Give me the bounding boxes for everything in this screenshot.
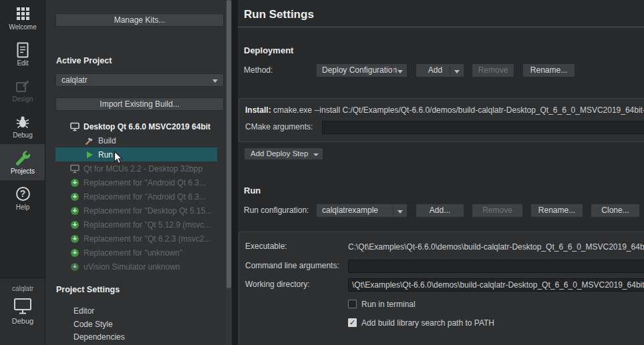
method-label: Method: xyxy=(244,63,273,77)
project-panel: Manage Kits... Active Project calqlatr I… xyxy=(45,0,226,345)
run-header: Run xyxy=(244,186,261,196)
tree-item-label: Replacement for "Android Qt 6.3... xyxy=(84,178,206,188)
checkbox-label: Run in terminal xyxy=(361,300,416,309)
plus-icon: + xyxy=(70,248,79,258)
deploy-add-button[interactable]: Add xyxy=(416,63,464,77)
panel-splitter[interactable] xyxy=(232,0,238,345)
button-label: Add Deploy Step xyxy=(251,149,308,157)
target-project-name: calqlatr xyxy=(0,285,45,292)
sidebar-item-debug[interactable]: Debug xyxy=(0,108,45,144)
run-in-terminal-checkbox[interactable]: Run in terminal xyxy=(348,299,416,309)
plus-icon: + xyxy=(70,178,79,188)
tree-item-kit-mcu[interactable]: Qt for MCUs 2.2 - Desktop 32bpp xyxy=(55,161,217,176)
sidebar-item-projects[interactable]: Projects xyxy=(0,144,45,180)
run-configuration-combo[interactable]: calqlatrexample xyxy=(316,204,408,218)
active-project-combo[interactable]: calqlatr xyxy=(55,73,224,87)
executable-value: C:\Qt\Examples\Qt-6.6.0\demos\build-calq… xyxy=(348,240,644,254)
mode-label: Edit xyxy=(0,59,45,67)
executable-label: Executable: xyxy=(245,240,287,254)
mode-label: Help xyxy=(0,204,45,211)
tree-item-replacement[interactable]: + Replacement for "Android Qt 6.3... xyxy=(55,176,217,190)
tree-item-label: Qt for MCUs 2.2 - Desktop 32bpp xyxy=(84,164,202,174)
import-existing-build-button[interactable]: Import Existing Build... xyxy=(55,97,224,111)
kit-target-selector: calqlatr Debug xyxy=(0,278,45,345)
scrollbar-handle[interactable] xyxy=(226,0,231,288)
tree-item-replacement[interactable]: + Replacement for "Qt 6.2.3 (msvc2... xyxy=(55,232,217,246)
active-project-header: Active Project xyxy=(56,56,112,65)
kit-monitor-icon[interactable] xyxy=(0,296,45,316)
tree-item-label: Replacement for "unknown" xyxy=(84,248,182,258)
install-label: Install: xyxy=(245,105,271,115)
command-line-arguments-input[interactable] xyxy=(348,260,644,273)
plus-icon: + xyxy=(70,192,79,202)
sidebar-item-help[interactable]: ? Help xyxy=(0,180,45,216)
run-add-button[interactable]: Add... xyxy=(416,204,464,218)
tree-item-run[interactable]: Run xyxy=(55,147,217,161)
combo-value: calqlatrexample xyxy=(322,206,378,215)
run-configuration-label: Run configuration: xyxy=(244,204,309,218)
run-settings-page: Run Settings Deployment Method: Deploy C… xyxy=(238,0,644,345)
add-deploy-step-button[interactable]: Add Deploy Step xyxy=(244,147,323,160)
tree-item-uvision[interactable]: + uVision Simulator unknown xyxy=(55,260,217,274)
page-title: Run Settings xyxy=(244,8,314,21)
wrench-icon xyxy=(0,149,45,167)
design-icon xyxy=(0,77,45,95)
tree-item-label: Build xyxy=(98,136,116,145)
deploy-remove-button[interactable]: Remove xyxy=(472,63,514,77)
command-line-arguments-label: Command line arguments: xyxy=(245,259,339,273)
tree-item-kit-desktop[interactable]: Desktop Qt 6.6.0 MSVC2019 64bit xyxy=(55,119,217,133)
run-clone-button[interactable]: Clone... xyxy=(591,204,640,218)
working-directory-label: Working directory: xyxy=(245,278,309,292)
tree-item-label: Run xyxy=(98,150,113,159)
edit-icon xyxy=(0,41,45,59)
panel-scrollbar[interactable] xyxy=(226,0,232,345)
deploy-method-combo[interactable]: Deploy Configuration xyxy=(316,63,408,77)
button-label: Add xyxy=(428,65,442,75)
tree-item-label: Replacement for "Qt 5.12.9 (msvc... xyxy=(84,220,210,230)
settings-item-editor[interactable]: Editor xyxy=(73,306,94,318)
debug-icon xyxy=(0,113,45,131)
add-build-library-path-checkbox[interactable]: Add build library search path to PATH xyxy=(348,318,494,328)
tree-item-build[interactable]: Build xyxy=(55,133,217,147)
mode-sidebar: Welcome Edit Design Debug Projects ? Hel… xyxy=(0,0,45,345)
mode-label: Projects xyxy=(0,167,45,175)
tree-item-replacement[interactable]: + Replacement for "Desktop Qt 5.15... xyxy=(55,204,217,218)
hammer-icon xyxy=(85,136,94,145)
plus-icon: + xyxy=(70,220,79,230)
working-directory-input[interactable] xyxy=(348,278,644,292)
monitor-icon xyxy=(70,164,79,174)
settings-item-code-style[interactable]: Code Style xyxy=(73,320,113,332)
play-icon xyxy=(85,150,94,159)
settings-item-dependencies[interactable]: Dependencies xyxy=(73,332,125,344)
plus-icon: + xyxy=(70,234,79,244)
project-settings-header: Project Settings xyxy=(56,285,120,294)
target-build-config[interactable]: Debug xyxy=(0,317,45,325)
run-rename-button[interactable]: Rename... xyxy=(530,204,583,218)
tree-item-replacement[interactable]: + Replacement for "Qt 5.12.9 (msvc... xyxy=(55,218,217,232)
install-command-text: Install: cmake.exe --install C:/Qt/Examp… xyxy=(245,103,644,117)
mode-label: Debug xyxy=(0,131,45,139)
checkbox-unchecked-icon xyxy=(348,300,357,308)
run-remove-button[interactable]: Remove xyxy=(472,204,523,218)
sidebar-item-welcome[interactable]: Welcome xyxy=(0,0,45,36)
mode-label: Welcome xyxy=(0,23,45,31)
sidebar-item-edit[interactable]: Edit xyxy=(0,36,45,72)
title-rule xyxy=(238,27,644,27)
tree-item-replacement[interactable]: + Replacement for "Android Qt 6.3... xyxy=(55,190,217,204)
mode-label: Design xyxy=(0,95,45,103)
kit-tree: Desktop Qt 6.6.0 MSVC2019 64bit Build Ru… xyxy=(55,119,217,274)
cmake-arguments-input[interactable] xyxy=(322,121,644,134)
checkbox-label: Add build library search path to PATH xyxy=(361,318,494,328)
deploy-rename-button[interactable]: Rename... xyxy=(522,63,575,77)
plus-icon: + xyxy=(70,262,79,272)
tree-item-label: Replacement for "Desktop Qt 5.15... xyxy=(84,206,212,216)
tree-item-label: uVision Simulator unknown xyxy=(84,262,180,272)
tree-item-replacement[interactable]: + Replacement for "unknown" xyxy=(55,246,217,260)
tree-item-label: Replacement for "Qt 6.2.3 (msvc2... xyxy=(84,234,210,244)
tree-item-label: Replacement for "Android Qt 6.3... xyxy=(84,192,206,202)
checkbox-checked-icon xyxy=(348,318,357,327)
cmake-arguments-label: CMake arguments: xyxy=(245,120,313,134)
welcome-icon xyxy=(0,5,45,23)
manage-kits-button[interactable]: Manage Kits... xyxy=(55,13,224,27)
sidebar-item-design: Design xyxy=(0,72,45,108)
